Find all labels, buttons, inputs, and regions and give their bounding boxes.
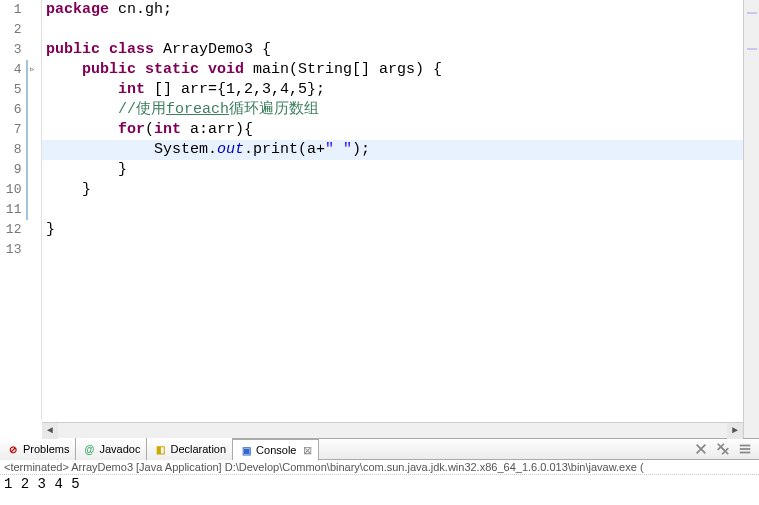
tab-label: Problems bbox=[23, 443, 69, 455]
problems-icon: ⊘ bbox=[6, 442, 20, 456]
token-kw: public bbox=[46, 41, 100, 58]
gutter-line: 3 bbox=[0, 40, 41, 60]
token-fld: out bbox=[217, 141, 244, 158]
line-number: 13 bbox=[0, 240, 23, 260]
token-txt: .print(a+ bbox=[244, 141, 325, 158]
javadoc-icon: @ bbox=[82, 442, 96, 456]
token-txt bbox=[136, 61, 145, 78]
token-txt: System. bbox=[46, 141, 217, 158]
token-kw: static bbox=[145, 61, 199, 78]
token-txt bbox=[46, 81, 118, 98]
token-txt: [] arr={1,2,3,4,5}; bbox=[145, 81, 325, 98]
token-txt: ArrayDemo3 { bbox=[154, 41, 271, 58]
token-txt bbox=[46, 101, 118, 118]
token-kw: void bbox=[208, 61, 244, 78]
token-str: " " bbox=[325, 141, 352, 158]
scroll-track[interactable] bbox=[58, 423, 727, 439]
change-marker-strip bbox=[26, 60, 28, 220]
token-com: //使用 bbox=[118, 101, 166, 118]
line-number: 10 bbox=[0, 180, 23, 200]
code-line[interactable] bbox=[42, 200, 743, 220]
code-line[interactable]: } bbox=[42, 180, 743, 200]
token-txt: } bbox=[46, 221, 55, 238]
token-txt: } bbox=[46, 181, 91, 198]
console-output[interactable]: 1 2 3 4 5 bbox=[0, 475, 759, 493]
view-toolbar bbox=[693, 441, 759, 457]
tab-label: Console bbox=[256, 444, 296, 456]
line-number: 1 bbox=[0, 0, 23, 20]
code-line[interactable]: for(int a:arr){ bbox=[42, 120, 743, 140]
line-number: 3 bbox=[0, 40, 23, 60]
tab-problems[interactable]: ⊘ Problems bbox=[0, 438, 76, 460]
code-line[interactable]: public class ArrayDemo3 { bbox=[42, 40, 743, 60]
token-kw: package bbox=[46, 1, 109, 18]
gutter-line: 11 bbox=[0, 200, 41, 220]
token-kw: for bbox=[118, 121, 145, 138]
code-editor[interactable]: 1234▹5678910111213 package cn.gh;public … bbox=[0, 0, 759, 438]
svg-rect-0 bbox=[740, 445, 751, 447]
gutter-line: 7 bbox=[0, 120, 41, 140]
tab-declaration[interactable]: ◧ Declaration bbox=[147, 438, 233, 460]
remove-launch-icon[interactable] bbox=[693, 441, 709, 457]
token-kw: int bbox=[118, 81, 145, 98]
token-txt: ( bbox=[145, 121, 154, 138]
fold-marker bbox=[23, 220, 41, 240]
token-com-u: foreach bbox=[166, 101, 229, 118]
token-kw: class bbox=[109, 41, 154, 58]
gutter-line: 10 bbox=[0, 180, 41, 200]
line-number: 12 bbox=[0, 220, 23, 240]
overview-marker bbox=[747, 48, 757, 50]
tab-console[interactable]: ▣ Console ⊠ bbox=[233, 439, 319, 461]
token-txt: a:arr){ bbox=[181, 121, 253, 138]
svg-rect-1 bbox=[740, 448, 751, 450]
token-txt bbox=[100, 41, 109, 58]
remove-all-icon[interactable] bbox=[715, 441, 731, 457]
code-line[interactable]: } bbox=[42, 220, 743, 240]
fold-marker bbox=[23, 20, 41, 40]
line-number: 11 bbox=[0, 200, 23, 220]
fold-marker bbox=[23, 0, 41, 20]
code-line[interactable]: } bbox=[42, 160, 743, 180]
code-line[interactable]: package cn.gh; bbox=[42, 0, 743, 20]
token-txt bbox=[46, 121, 118, 138]
code-text-area[interactable]: package cn.gh;public class ArrayDemo3 { … bbox=[42, 0, 743, 420]
console-icon: ▣ bbox=[239, 443, 253, 457]
code-line[interactable] bbox=[42, 240, 743, 260]
gutter-line: 2 bbox=[0, 20, 41, 40]
code-line[interactable]: //使用foreach循环遍历数组 bbox=[42, 100, 743, 120]
fold-marker bbox=[23, 240, 41, 260]
code-line[interactable] bbox=[42, 20, 743, 40]
line-number: 7 bbox=[0, 120, 23, 140]
line-number: 2 bbox=[0, 20, 23, 40]
console-view: <terminated> ArrayDemo3 [Java Applicatio… bbox=[0, 460, 759, 505]
token-kw: public bbox=[82, 61, 136, 78]
scroll-left-arrow[interactable]: ◄ bbox=[42, 423, 58, 439]
token-txt bbox=[46, 61, 82, 78]
toolbar-overflow-icon[interactable] bbox=[737, 441, 753, 457]
svg-rect-2 bbox=[740, 452, 751, 454]
scroll-right-arrow[interactable]: ► bbox=[727, 423, 743, 439]
gutter: 1234▹5678910111213 bbox=[0, 0, 42, 420]
gutter-line: 1 bbox=[0, 0, 41, 20]
code-line[interactable]: public static void main(String[] args) { bbox=[42, 60, 743, 80]
token-com: 循环遍历数组 bbox=[229, 101, 319, 118]
tab-label: Javadoc bbox=[99, 443, 140, 455]
gutter-line: 13 bbox=[0, 240, 41, 260]
gutter-line: 8 bbox=[0, 140, 41, 160]
horizontal-scrollbar[interactable]: ◄ ► bbox=[42, 422, 743, 438]
declaration-icon: ◧ bbox=[153, 442, 167, 456]
token-txt: cn.gh; bbox=[109, 1, 172, 18]
vertical-overview-ruler[interactable] bbox=[743, 0, 759, 438]
overview-marker bbox=[747, 12, 757, 14]
token-txt: ); bbox=[352, 141, 370, 158]
gutter-line: 9 bbox=[0, 160, 41, 180]
close-icon[interactable]: ⊠ bbox=[303, 444, 312, 457]
code-line[interactable]: int [] arr={1,2,3,4,5}; bbox=[42, 80, 743, 100]
code-line[interactable]: System.out.print(a+" "); bbox=[42, 140, 743, 160]
token-txt: } bbox=[46, 161, 127, 178]
line-number: 9 bbox=[0, 160, 23, 180]
gutter-line: 6 bbox=[0, 100, 41, 120]
views-tab-bar: ⊘ Problems @ Javadoc ◧ Declaration ▣ Con… bbox=[0, 438, 759, 460]
gutter-line: 12 bbox=[0, 220, 41, 240]
tab-javadoc[interactable]: @ Javadoc bbox=[76, 438, 147, 460]
